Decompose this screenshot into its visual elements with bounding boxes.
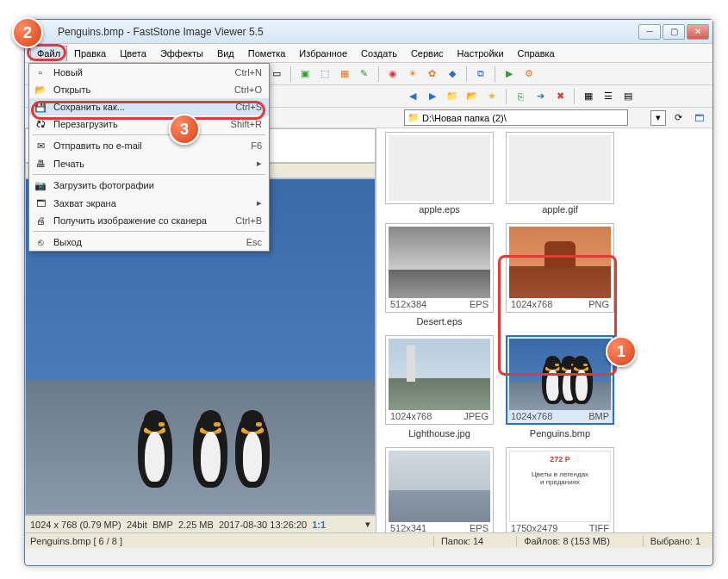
thumbnail[interactable]: 1024x768JPEGLighthouse.jpg <box>383 335 495 439</box>
menu-item-new[interactable]: ▫НовыйCtrl+N <box>29 64 269 81</box>
select-icon[interactable]: ▭ <box>268 65 285 83</box>
mail-icon: ✉ <box>34 139 47 153</box>
thumbnail[interactable]: 1024x768BMPPenguins.bmp <box>504 335 616 439</box>
menu-create[interactable]: Создать <box>354 46 404 61</box>
canvas-icon[interactable]: ▦ <box>336 65 353 83</box>
menu-item-label: Открыть <box>53 84 90 95</box>
callout-2: 2 <box>12 17 43 48</box>
separator <box>466 66 467 82</box>
copy-icon[interactable]: ⎘ <box>512 88 529 105</box>
resize-icon[interactable]: ⬚ <box>316 65 333 83</box>
maximize-button[interactable]: ▢ <box>663 24 685 40</box>
menu-item-exit[interactable]: ⎋ВыходEsc <box>29 233 269 251</box>
crop-icon[interactable]: ▣ <box>296 65 314 83</box>
menu-item-print[interactable]: 🖶Печать▸ <box>29 154 269 172</box>
thumb-meta: 512x341EPS <box>389 522 490 532</box>
menu-shortcut: Ctrl+B <box>235 215 262 226</box>
menu-item-save[interactable]: 💾Сохранить как...Ctrl+S <box>29 98 269 115</box>
folder-new-icon[interactable]: 📂 <box>464 88 481 105</box>
upload-icon: 📷 <box>34 178 47 192</box>
color-icon[interactable]: ✿ <box>424 65 441 83</box>
adjust-icon[interactable]: ☀ <box>404 65 421 83</box>
menu-settings[interactable]: Настройки <box>451 46 511 61</box>
menu-service[interactable]: Сервис <box>404 46 451 61</box>
thumbnail[interactable]: 1024x768PNGDesert.png <box>504 223 616 327</box>
slideshow-icon[interactable]: ▶ <box>501 65 518 83</box>
separator <box>290 66 291 82</box>
menubar: Файл Правка Цвета Эффекты Вид Пометка Из… <box>25 44 712 63</box>
thumb-format: PNG <box>588 299 609 309</box>
menu-shortcut: Shift+R <box>231 119 262 129</box>
minimize-button[interactable]: ─ <box>638 24 661 40</box>
refresh-icon[interactable]: ⟳ <box>669 109 687 127</box>
print-icon: 🖶 <box>34 157 47 171</box>
menu-item-upload[interactable]: 📷Загрузить фотографии <box>29 177 269 194</box>
menu-view[interactable]: Вид <box>210 46 241 61</box>
status-ratio: 1:1 <box>312 520 326 530</box>
view-list-icon[interactable]: ☰ <box>600 88 617 105</box>
compare-icon[interactable]: ⧉ <box>472 65 489 83</box>
separator <box>506 89 507 104</box>
menu-item-open[interactable]: 📂ОткрытьCtrl+O <box>29 81 269 98</box>
redeye-icon[interactable]: ◉ <box>384 65 401 83</box>
clone-icon[interactable]: ✎ <box>356 65 373 83</box>
path-input[interactable]: 📁 D:\Новая папка (2)\ <box>404 109 628 126</box>
menu-item-reload[interactable]: 🗘ПерезагрузитьShift+R <box>29 115 269 133</box>
delete-icon[interactable]: ✖ <box>551 88 569 105</box>
menu-colors[interactable]: Цвета <box>113 46 153 61</box>
status-date: 2017-08-30 13:26:20 <box>219 520 307 530</box>
thumb-image <box>389 451 490 522</box>
move-icon[interactable]: ➔ <box>532 88 549 105</box>
thumb-format: BMP <box>588 411 609 421</box>
thumb-frame <box>385 132 494 204</box>
close-button[interactable]: ✕ <box>687 24 709 40</box>
menu-help[interactable]: Справка <box>511 46 562 61</box>
scan-icon: 🖨 <box>34 214 47 227</box>
favorite-icon[interactable]: ★ <box>483 88 501 105</box>
view-details-icon[interactable]: ▤ <box>619 88 637 105</box>
history-button[interactable]: ▾ <box>650 110 666 126</box>
settings-icon[interactable]: ⚙ <box>520 65 538 83</box>
status-filename: Penguins.bmp [ 6 / 8 ] <box>30 536 122 546</box>
new-icon: ▫ <box>34 65 47 79</box>
open-icon: 📂 <box>34 83 47 96</box>
thumb-frame: 272 PЦветы в легендахи преданиях1750x247… <box>506 447 614 532</box>
history-dropdown-icon[interactable]: ▾ <box>365 519 370 530</box>
view-thumbs-icon[interactable]: ▦ <box>580 88 597 105</box>
menu-item-label: Печать <box>53 159 84 169</box>
separator <box>495 66 495 82</box>
file-menu-dropdown: ▫НовыйCtrl+N📂ОткрытьCtrl+O💾Сохранить как… <box>28 63 270 252</box>
menu-item-mail[interactable]: ✉Отправить по e-mailF6 <box>29 137 269 154</box>
submenu-arrow-icon: ▸ <box>257 158 262 169</box>
menu-effects[interactable]: Эффекты <box>153 46 210 61</box>
menu-item-scan[interactable]: 🖨Получить изображение со сканераCtrl+B <box>29 212 269 229</box>
menu-shortcut: Esc <box>246 237 262 247</box>
menu-separator <box>33 231 265 232</box>
window-buttons: ─ ▢ ✕ <box>638 24 709 40</box>
menu-shortcut: Ctrl+N <box>235 67 262 78</box>
nav-fwd-icon[interactable]: ▶ <box>424 88 441 105</box>
thumb-format: TIFF <box>589 523 609 532</box>
sharpen-icon[interactable]: ◆ <box>444 65 461 83</box>
menu-item-capture[interactable]: 🗔Захват экрана▸ <box>29 194 269 212</box>
thumbnail[interactable]: apple.gif <box>504 132 616 215</box>
menu-file[interactable]: Файл <box>30 46 67 61</box>
thumbnail[interactable]: 272 PЦветы в легендахи преданиях1750x247… <box>504 447 616 532</box>
thumb-dims: 512x384 <box>390 299 426 309</box>
thumb-image <box>389 339 490 410</box>
nav-back-icon[interactable]: ◀ <box>404 88 421 105</box>
folder-up-icon[interactable]: 📁 <box>444 88 461 105</box>
explore-icon[interactable]: 🗔 <box>690 109 707 127</box>
thumb-frame: 512x384EPS <box>385 223 494 313</box>
thumbnail[interactable]: 512x384EPSDesert.eps <box>383 223 495 327</box>
menu-favorites[interactable]: Избранное <box>292 46 354 61</box>
thumb-format: EPS <box>470 299 488 309</box>
menu-item-label: Получить изображение со сканера <box>53 215 207 226</box>
thumbnail-browser[interactable]: apple.epsapple.gif512x384EPSDesert.eps10… <box>376 128 712 532</box>
thumb-meta: 512x384EPS <box>389 298 490 309</box>
thumbnail[interactable]: apple.eps <box>383 132 495 215</box>
menu-edit[interactable]: Правка <box>67 46 113 61</box>
thumb-image <box>389 227 490 298</box>
menu-mark[interactable]: Пометка <box>241 46 293 61</box>
thumbnail[interactable]: 512x341EPSVladivostok-port.eps <box>383 447 495 532</box>
